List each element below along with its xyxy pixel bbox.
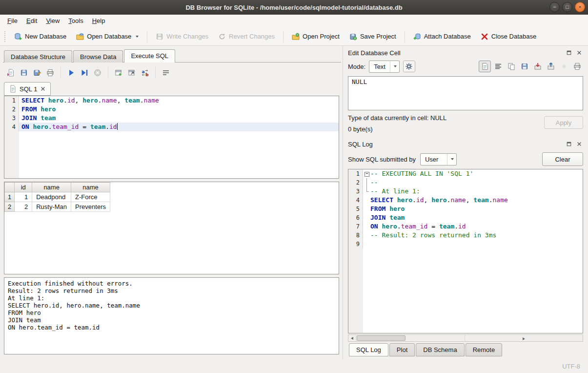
- float-panel-button[interactable]: [565, 49, 573, 57]
- sql-log-header: SQL Log: [348, 138, 583, 150]
- results-cell[interactable]: Deadpond: [32, 192, 71, 202]
- line-number: 1: [4, 96, 19, 105]
- tab-sql-1[interactable]: SQL 1: [4, 82, 51, 96]
- results-cell[interactable]: Z-Force: [71, 192, 110, 202]
- sql-toolbar: ab: [4, 65, 339, 80]
- results-cell[interactable]: 2: [15, 202, 32, 212]
- copy-page-button[interactable]: [505, 61, 517, 72]
- row-number-cell[interactable]: 2: [5, 202, 15, 212]
- dropdown-arrow-icon: [136, 36, 139, 38]
- scroll-right-arrow-icon[interactable]: [465, 335, 583, 341]
- log-code: -- At line 1:: [370, 187, 583, 196]
- detach-tab-icon: [128, 69, 136, 77]
- fold-marker-icon[interactable]: [363, 169, 370, 178]
- main-toolbar: New DatabaseOpen DatabaseWrite ChangesRe…: [0, 27, 588, 46]
- editor-line[interactable]: 2FROM hero: [4, 105, 339, 114]
- toolbar-save-project-button[interactable]: Save Project: [345, 30, 401, 43]
- gear-icon: [405, 62, 413, 70]
- execute-all-button[interactable]: [65, 67, 77, 79]
- save-cell-button[interactable]: [518, 61, 530, 72]
- open-sql-file-button[interactable]: [5, 67, 17, 79]
- maximize-button[interactable]: □: [562, 2, 572, 12]
- menu-item-file[interactable]: File: [3, 15, 22, 27]
- toolbar-attach-database-button[interactable]: Attach Database: [409, 30, 475, 43]
- toolbar-open-database-button[interactable]: Open Database: [72, 30, 143, 43]
- toolbar-open-project-button[interactable]: Open Project: [287, 30, 344, 43]
- close-tab-icon[interactable]: [40, 86, 46, 92]
- menu-item-tools[interactable]: Tools: [64, 15, 87, 27]
- horizontal-scrollbar[interactable]: [348, 334, 583, 342]
- new-tab-button[interactable]: [113, 67, 124, 79]
- results-cell[interactable]: Preventers: [71, 202, 110, 212]
- tab-db-schema[interactable]: DB Schema: [416, 343, 464, 356]
- results-column-header[interactable]: name: [32, 183, 71, 192]
- scrollbar-handle[interactable]: [357, 335, 406, 341]
- menu-item-view[interactable]: View: [41, 15, 64, 27]
- scroll-left-arrow-icon[interactable]: [348, 335, 356, 341]
- execute-line-icon: [81, 69, 88, 77]
- save-sql-as-button[interactable]: [31, 67, 43, 79]
- editor-line[interactable]: 1SELECT hero.id, hero.name, team.name: [4, 96, 339, 105]
- editor-line[interactable]: 3JOIN team: [4, 114, 339, 123]
- print-button[interactable]: [44, 67, 56, 79]
- results-header-row: idnamename: [5, 183, 110, 192]
- sql-submitter-select[interactable]: User: [420, 153, 457, 166]
- align-lines-button[interactable]: [492, 61, 504, 72]
- row-number-cell[interactable]: 1: [5, 192, 15, 202]
- mode-select[interactable]: Text: [369, 61, 400, 73]
- log-line: 4SELECT hero.id, hero.name, team.name: [348, 196, 583, 205]
- sql-editor[interactable]: 1SELECT hero.id, hero.name, team.name2FR…: [4, 96, 339, 179]
- close-window-button[interactable]: ×: [575, 2, 585, 12]
- tab-plot[interactable]: Plot: [389, 343, 415, 356]
- title-bar[interactable]: DB Browser for SQLite - /home/user/code/…: [0, 0, 588, 15]
- results-cell[interactable]: 1: [15, 192, 32, 202]
- tab-remote[interactable]: Remote: [466, 343, 503, 356]
- import-cell-button[interactable]: [531, 61, 544, 72]
- save-sql-file-button[interactable]: [18, 67, 30, 79]
- word-wrap-button[interactable]: [160, 67, 172, 79]
- fold-guide: [363, 231, 370, 240]
- new-database-icon: [14, 33, 22, 41]
- tab-sql-log[interactable]: SQL Log: [349, 343, 388, 356]
- editor-code: SELECT hero.id, hero.name, team.name: [19, 96, 339, 105]
- sql-file-icon: [9, 85, 17, 93]
- export-cell-button[interactable]: [545, 61, 557, 72]
- menu-item-edit[interactable]: Edit: [22, 15, 41, 27]
- sql-log-view[interactable]: 1-- EXECUTING ALL IN 'SQL 1'2--3-- At li…: [348, 169, 583, 333]
- editor-code: JOIN team: [19, 114, 339, 123]
- detach-tab-button[interactable]: [126, 67, 138, 79]
- window-title: DB Browser for SQLite - /home/user/code/…: [0, 4, 588, 11]
- edit-cell-title: Edit Database Cell: [348, 49, 563, 57]
- find-replace-button[interactable]: ab: [139, 67, 151, 79]
- minimize-button[interactable]: −: [549, 2, 560, 12]
- text-doc-button[interactable]: [479, 61, 491, 72]
- close-log-panel-button[interactable]: [575, 140, 583, 148]
- float-log-panel-button[interactable]: [565, 140, 573, 148]
- tab-execute-sql[interactable]: Execute SQL: [124, 49, 175, 62]
- toolbar-separator: [61, 67, 61, 79]
- print-button[interactable]: [571, 61, 583, 72]
- execute-line-button[interactable]: [79, 67, 90, 79]
- toolbar-new-database-button[interactable]: New Database: [10, 30, 71, 43]
- tab-database-structure[interactable]: Database Structure: [4, 50, 72, 62]
- toolbar-write-changes-button: Write Changes: [151, 30, 213, 43]
- menu-bar: FileEditViewToolsHelp: [0, 15, 588, 27]
- clear-button[interactable]: Clear: [542, 152, 583, 166]
- results-column-header[interactable]: name: [71, 183, 110, 192]
- toolbar-close-database-button[interactable]: Close Database: [476, 30, 541, 43]
- copy-page-icon: [507, 62, 515, 70]
- log-line: 3-- At line 1:: [348, 187, 583, 196]
- results-cell[interactable]: Rusty-Man: [32, 202, 71, 212]
- tab-browse-data[interactable]: Browse Data: [73, 50, 123, 62]
- close-database-icon: [481, 33, 488, 41]
- results-column-header[interactable]: id: [15, 183, 32, 192]
- open-in-external-button[interactable]: [403, 61, 415, 72]
- line-number: 9: [348, 240, 363, 249]
- apply-button: Apply: [544, 116, 583, 129]
- editor-line[interactable]: 4ON hero.team_id = team.id: [4, 123, 339, 131]
- close-panel-button[interactable]: [575, 49, 583, 57]
- cell-editor[interactable]: NULL: [348, 76, 583, 110]
- menu-item-help[interactable]: Help: [88, 15, 110, 27]
- toolbar-separator: [108, 67, 108, 79]
- scrollbar-track[interactable]: [356, 335, 465, 341]
